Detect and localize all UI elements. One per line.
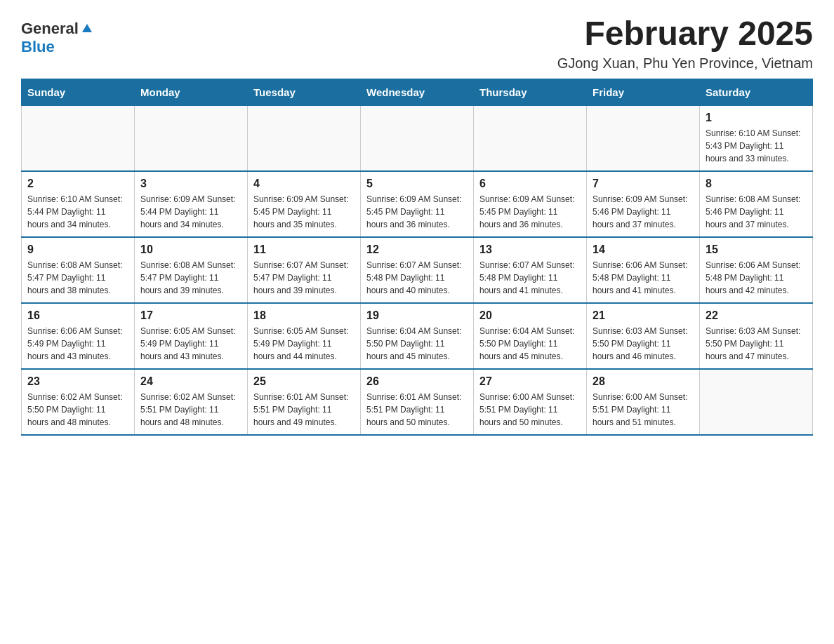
location-subtitle: GJong Xuan, Phu Yen Province, Vietnam	[557, 55, 813, 72]
day-number: 15	[706, 243, 807, 256]
day-number: 22	[706, 309, 807, 322]
calendar-week-5: 23Sunrise: 6:02 AM Sunset: 5:50 PM Dayli…	[22, 369, 813, 435]
day-info: Sunrise: 6:06 AM Sunset: 5:48 PM Dayligh…	[593, 259, 694, 297]
calendar-cell: 5Sunrise: 6:09 AM Sunset: 5:45 PM Daylig…	[361, 171, 474, 237]
day-number: 28	[593, 375, 694, 388]
logo: General Blue	[21, 14, 93, 56]
calendar-cell	[700, 369, 813, 435]
calendar-cell	[361, 106, 474, 172]
calendar-cell: 8Sunrise: 6:08 AM Sunset: 5:46 PM Daylig…	[700, 171, 813, 237]
calendar-cell	[22, 106, 135, 172]
day-info: Sunrise: 6:08 AM Sunset: 5:46 PM Dayligh…	[706, 193, 807, 231]
logo-blue-text: Blue	[21, 38, 55, 55]
calendar-header-tuesday: Tuesday	[248, 79, 361, 106]
day-info: Sunrise: 6:09 AM Sunset: 5:44 PM Dayligh…	[140, 193, 241, 231]
calendar-cell: 28Sunrise: 6:00 AM Sunset: 5:51 PM Dayli…	[587, 369, 700, 435]
day-info: Sunrise: 6:06 AM Sunset: 5:48 PM Dayligh…	[706, 259, 807, 297]
day-info: Sunrise: 6:09 AM Sunset: 5:45 PM Dayligh…	[479, 193, 581, 231]
day-number: 4	[253, 177, 355, 190]
day-info: Sunrise: 6:07 AM Sunset: 5:48 PM Dayligh…	[479, 259, 581, 297]
day-number: 6	[479, 177, 581, 190]
calendar-cell: 25Sunrise: 6:01 AM Sunset: 5:51 PM Dayli…	[248, 369, 361, 435]
day-number: 16	[27, 309, 128, 322]
day-number: 9	[27, 243, 128, 256]
calendar-cell: 6Sunrise: 6:09 AM Sunset: 5:45 PM Daylig…	[474, 171, 587, 237]
day-info: Sunrise: 6:01 AM Sunset: 5:51 PM Dayligh…	[253, 391, 355, 429]
calendar-cell: 15Sunrise: 6:06 AM Sunset: 5:48 PM Dayli…	[700, 237, 813, 303]
day-info: Sunrise: 6:03 AM Sunset: 5:50 PM Dayligh…	[706, 325, 807, 363]
day-number: 14	[593, 243, 694, 256]
day-info: Sunrise: 6:07 AM Sunset: 5:47 PM Dayligh…	[253, 259, 355, 297]
title-section: February 2025 GJong Xuan, Phu Yen Provin…	[557, 14, 813, 72]
calendar-cell: 11Sunrise: 6:07 AM Sunset: 5:47 PM Dayli…	[248, 237, 361, 303]
day-info: Sunrise: 6:05 AM Sunset: 5:49 PM Dayligh…	[140, 325, 241, 363]
logo-triangle-icon	[81, 21, 93, 34]
calendar-header-sunday: Sunday	[22, 79, 135, 106]
calendar-header-monday: Monday	[135, 79, 248, 106]
day-info: Sunrise: 6:08 AM Sunset: 5:47 PM Dayligh…	[140, 259, 241, 297]
calendar-cell: 9Sunrise: 6:08 AM Sunset: 5:47 PM Daylig…	[22, 237, 135, 303]
calendar-header-wednesday: Wednesday	[361, 79, 474, 106]
calendar-cell: 21Sunrise: 6:03 AM Sunset: 5:50 PM Dayli…	[587, 303, 700, 369]
calendar-cell: 12Sunrise: 6:07 AM Sunset: 5:48 PM Dayli…	[361, 237, 474, 303]
calendar-cell	[135, 106, 248, 172]
day-number: 11	[253, 243, 355, 256]
day-info: Sunrise: 6:04 AM Sunset: 5:50 PM Dayligh…	[479, 325, 581, 363]
day-info: Sunrise: 6:04 AM Sunset: 5:50 PM Dayligh…	[366, 325, 468, 363]
day-number: 12	[366, 243, 468, 256]
day-info: Sunrise: 6:00 AM Sunset: 5:51 PM Dayligh…	[479, 391, 581, 429]
calendar-cell: 4Sunrise: 6:09 AM Sunset: 5:45 PM Daylig…	[248, 171, 361, 237]
day-number: 7	[593, 177, 694, 190]
calendar-cell: 18Sunrise: 6:05 AM Sunset: 5:49 PM Dayli…	[248, 303, 361, 369]
calendar-cell	[248, 106, 361, 172]
svg-marker-0	[82, 24, 92, 32]
day-info: Sunrise: 6:05 AM Sunset: 5:49 PM Dayligh…	[253, 325, 355, 363]
day-info: Sunrise: 6:09 AM Sunset: 5:45 PM Dayligh…	[366, 193, 468, 231]
day-info: Sunrise: 6:02 AM Sunset: 5:50 PM Dayligh…	[27, 391, 128, 429]
day-number: 26	[366, 375, 468, 388]
calendar-week-4: 16Sunrise: 6:06 AM Sunset: 5:49 PM Dayli…	[22, 303, 813, 369]
calendar-cell: 24Sunrise: 6:02 AM Sunset: 5:51 PM Dayli…	[135, 369, 248, 435]
calendar-cell: 1Sunrise: 6:10 AM Sunset: 5:43 PM Daylig…	[700, 106, 813, 172]
calendar-header-saturday: Saturday	[700, 79, 813, 106]
day-number: 13	[479, 243, 581, 256]
calendar-cell: 3Sunrise: 6:09 AM Sunset: 5:44 PM Daylig…	[135, 171, 248, 237]
day-number: 20	[479, 309, 581, 322]
calendar-cell: 27Sunrise: 6:00 AM Sunset: 5:51 PM Dayli…	[474, 369, 587, 435]
day-number: 3	[140, 177, 241, 190]
calendar-table: SundayMondayTuesdayWednesdayThursdayFrid…	[21, 79, 813, 436]
calendar-cell	[587, 106, 700, 172]
day-number: 27	[479, 375, 581, 388]
day-info: Sunrise: 6:09 AM Sunset: 5:45 PM Dayligh…	[253, 193, 355, 231]
day-info: Sunrise: 6:09 AM Sunset: 5:46 PM Dayligh…	[593, 193, 694, 231]
day-number: 5	[366, 177, 468, 190]
day-number: 19	[366, 309, 468, 322]
day-number: 25	[253, 375, 355, 388]
calendar-cell: 23Sunrise: 6:02 AM Sunset: 5:50 PM Dayli…	[22, 369, 135, 435]
day-number: 21	[593, 309, 694, 322]
calendar-week-3: 9Sunrise: 6:08 AM Sunset: 5:47 PM Daylig…	[22, 237, 813, 303]
page-header: General Blue February 2025 GJong Xuan, P…	[21, 14, 813, 72]
calendar-cell: 2Sunrise: 6:10 AM Sunset: 5:44 PM Daylig…	[22, 171, 135, 237]
month-title: February 2025	[557, 14, 813, 53]
calendar-cell: 7Sunrise: 6:09 AM Sunset: 5:46 PM Daylig…	[587, 171, 700, 237]
calendar-cell: 13Sunrise: 6:07 AM Sunset: 5:48 PM Dayli…	[474, 237, 587, 303]
day-info: Sunrise: 6:06 AM Sunset: 5:49 PM Dayligh…	[27, 325, 128, 363]
calendar-cell: 10Sunrise: 6:08 AM Sunset: 5:47 PM Dayli…	[135, 237, 248, 303]
day-info: Sunrise: 6:10 AM Sunset: 5:44 PM Dayligh…	[27, 193, 128, 231]
day-number: 24	[140, 375, 241, 388]
day-number: 23	[27, 375, 128, 388]
day-number: 8	[706, 177, 807, 190]
day-number: 2	[27, 177, 128, 190]
day-info: Sunrise: 6:02 AM Sunset: 5:51 PM Dayligh…	[140, 391, 241, 429]
calendar-header-thursday: Thursday	[474, 79, 587, 106]
day-info: Sunrise: 6:08 AM Sunset: 5:47 PM Dayligh…	[27, 259, 128, 297]
day-info: Sunrise: 6:03 AM Sunset: 5:50 PM Dayligh…	[593, 325, 694, 363]
day-number: 17	[140, 309, 241, 322]
calendar-cell: 17Sunrise: 6:05 AM Sunset: 5:49 PM Dayli…	[135, 303, 248, 369]
calendar-week-1: 1Sunrise: 6:10 AM Sunset: 5:43 PM Daylig…	[22, 106, 813, 172]
day-number: 10	[140, 243, 241, 256]
calendar-header-friday: Friday	[587, 79, 700, 106]
calendar-cell: 16Sunrise: 6:06 AM Sunset: 5:49 PM Dayli…	[22, 303, 135, 369]
calendar-header-row: SundayMondayTuesdayWednesdayThursdayFrid…	[22, 79, 813, 106]
